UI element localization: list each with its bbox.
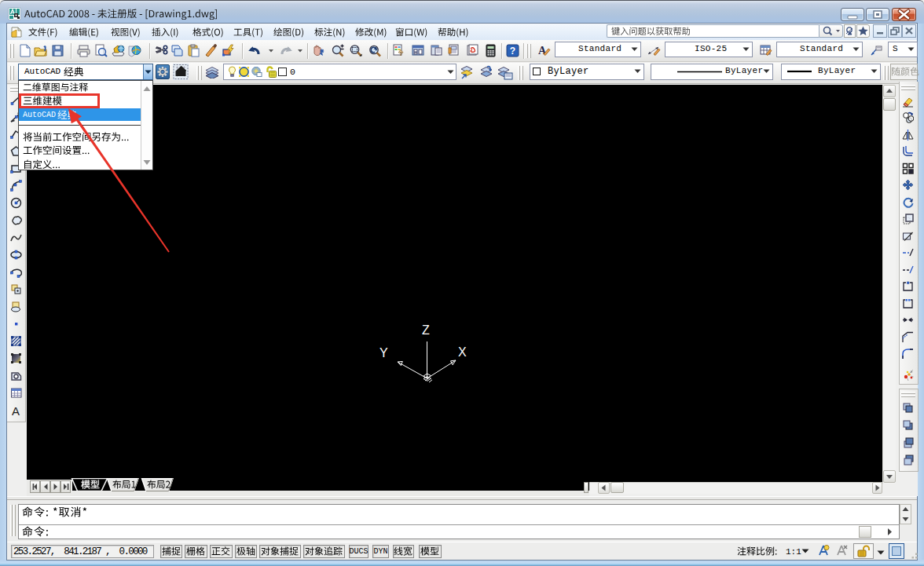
svg-text:X: X	[458, 345, 467, 359]
svg-text:A: A	[12, 404, 20, 416]
svg-text:Y: Y	[380, 346, 388, 360]
svg-text:?: ?	[510, 46, 515, 57]
svg-text:Z: Z	[422, 323, 430, 337]
